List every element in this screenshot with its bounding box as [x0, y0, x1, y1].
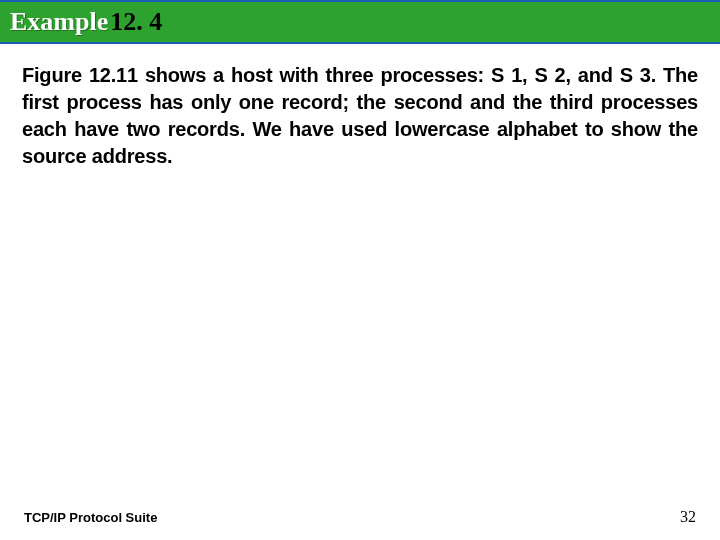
footer: TCP/IP Protocol Suite 32	[0, 508, 720, 526]
slide-title-bar: Example 12. 4	[0, 0, 720, 44]
body-paragraph: Figure 12.11 shows a host with three pro…	[0, 44, 720, 170]
footer-book-title: TCP/IP Protocol Suite	[24, 510, 157, 525]
page-number: 32	[680, 508, 696, 526]
title-suffix: 12. 4	[110, 7, 162, 37]
title-prefix: Example	[10, 7, 108, 37]
